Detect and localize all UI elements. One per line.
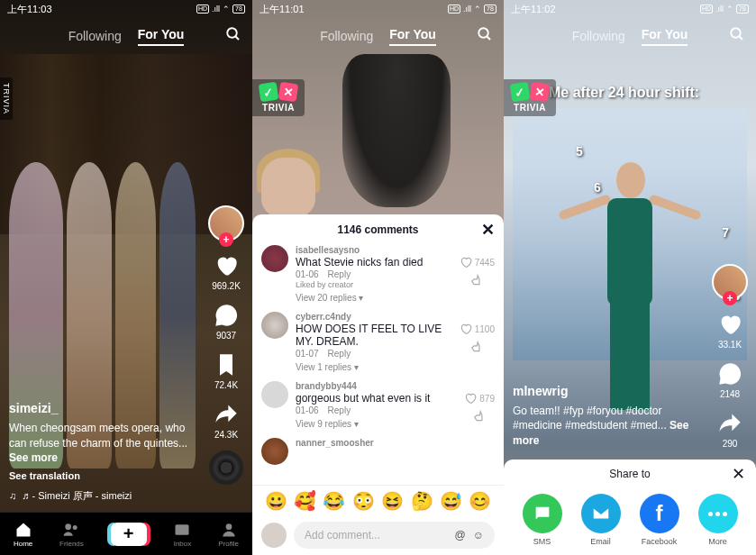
comments-header: 1146 comments ✕ (252, 214, 504, 245)
username[interactable]: mlnewrig (513, 383, 693, 401)
emoji-option[interactable]: 😳 (352, 490, 375, 512)
comment-dislike-button[interactable] (470, 341, 483, 357)
tab-foryou[interactable]: For You (138, 27, 185, 46)
emoji-option[interactable]: 🥰 (294, 490, 316, 512)
comment-text: What Stevie nicks fan died (296, 256, 452, 268)
top-nav: Following For You (0, 22, 252, 50)
tab-foryou[interactable]: For You (642, 27, 688, 46)
status-time: 上午11:03 (7, 3, 52, 16)
emoji-option[interactable]: 😂 (323, 490, 345, 512)
my-avatar[interactable] (261, 523, 287, 548)
comment-avatar[interactable] (261, 245, 288, 272)
nav-inbox[interactable]: Inbox (173, 521, 191, 548)
emoji-option[interactable]: 🤔 (411, 490, 433, 512)
comment-username[interactable]: cyberr.c4ndy (296, 312, 452, 322)
nav-profile[interactable]: Profile (218, 521, 239, 548)
search-icon[interactable] (729, 26, 745, 46)
comment-like-button[interactable]: 7445 (460, 256, 495, 268)
tab-following[interactable]: Following (572, 29, 625, 43)
emoji-option[interactable]: 😀 (265, 490, 287, 512)
overlay-number: 6 (594, 180, 601, 195)
share-button[interactable]: 290 (716, 410, 743, 449)
emoji-icon[interactable]: ☺ (473, 529, 484, 541)
see-translation[interactable]: See translation (9, 469, 189, 483)
share-more[interactable]: More (698, 494, 738, 546)
comment-dislike-button[interactable] (473, 410, 486, 426)
share-icon (716, 410, 743, 437)
tab-foryou[interactable]: For You (389, 27, 436, 46)
search-icon[interactable] (225, 26, 241, 46)
status-battery-icon: 78 (736, 5, 749, 14)
share-facebook[interactable]: f Facebook (640, 494, 679, 546)
trivia-label[interactable]: ✓✕ TRIVIA (504, 79, 556, 116)
status-hd-icon: HD (700, 5, 713, 14)
status-hd-icon: HD (196, 5, 209, 14)
comment-avatar[interactable] (261, 312, 288, 339)
nav-home[interactable]: Home (14, 521, 32, 548)
username[interactable]: simeizi_ (9, 400, 189, 418)
reply-button[interactable]: Reply (328, 405, 351, 415)
mention-icon[interactable]: @ (455, 529, 466, 541)
emoji-option[interactable]: 😆 (381, 490, 404, 512)
comment-username[interactable]: nanner_smoosher (296, 438, 495, 448)
emoji-quickbar: 😀 🥰 😂 😳 😆 🤔 😅 😊 (252, 485, 504, 515)
cross-icon: ✕ (278, 82, 299, 103)
sms-icon (523, 494, 562, 533)
status-signal-icon: .ıll (463, 5, 471, 14)
comment-text: gorgeous but what even is it (296, 392, 457, 405)
sound-label[interactable]: ♬ - Simeizi 原声 - simeizi (9, 489, 189, 503)
like-button[interactable]: 33.1K (716, 311, 743, 350)
tab-following[interactable]: Following (68, 29, 122, 43)
view-replies[interactable]: View 20 replies ▾ (296, 293, 452, 303)
comment-button[interactable]: 2148 (716, 360, 743, 399)
reply-button[interactable]: Reply (328, 269, 351, 279)
tiktok-screen-3: 上午11:02 HD .ıll ⌃ 78 Following For You ✓… (504, 0, 756, 555)
caption-block: mlnewrig Go team!! #fyp #foryou #doctor … (513, 383, 693, 449)
bottom-nav: Home Friends + Inbox Profile (0, 512, 252, 555)
svg-rect-4 (176, 524, 189, 535)
caption-text[interactable]: When cheongsam meets opera, who can refu… (9, 421, 189, 466)
comment-dislike-button[interactable] (470, 274, 483, 290)
comment-input[interactable]: Add comment... @ ☺ (294, 522, 495, 549)
reply-button[interactable]: Reply (328, 349, 351, 359)
save-button[interactable]: 72.4K (213, 351, 240, 390)
close-icon[interactable]: ✕ (481, 220, 495, 240)
top-nav: Following For You (252, 22, 504, 50)
share-button[interactable]: 24.3K (213, 401, 240, 440)
status-signal-icon: .ıll (212, 5, 220, 14)
comments-list[interactable]: isabellesaysno What Stevie nicks fan die… (252, 245, 504, 485)
comment-avatar[interactable] (261, 438, 288, 465)
emoji-option[interactable]: 😅 (440, 490, 462, 512)
tiktok-screen-2: 上午11:01 HD .ıll ⌃ 78 Following For You ✓… (252, 0, 504, 555)
comment-button[interactable]: 9037 (213, 302, 240, 341)
like-button[interactable]: 969.2K (212, 252, 241, 291)
right-rail: 969.2K 9037 72.4K 24.3K (205, 205, 247, 485)
nav-friends[interactable]: Friends (59, 521, 84, 548)
tab-following[interactable]: Following (320, 29, 373, 43)
comment-avatar[interactable] (261, 381, 288, 408)
trivia-label[interactable]: TRIVIA (0, 77, 13, 120)
profile-avatar[interactable] (208, 205, 244, 241)
share-sms[interactable]: SMS (523, 494, 562, 546)
profile-avatar[interactable] (712, 264, 748, 300)
nav-create[interactable]: + (111, 523, 147, 546)
overlay-number: 7 (722, 225, 729, 240)
view-replies[interactable]: View 9 replies ▾ (296, 419, 457, 429)
close-icon[interactable]: ✕ (732, 464, 745, 484)
search-icon[interactable] (477, 26, 493, 46)
emoji-option[interactable]: 😊 (469, 490, 491, 512)
sound-disc[interactable] (209, 450, 243, 485)
status-wifi-icon: ⌃ (223, 5, 230, 14)
share-email[interactable]: Email (581, 494, 621, 546)
right-rail: 33.1K 2148 290 (709, 264, 751, 449)
comment-like-button[interactable]: 879 (464, 392, 495, 405)
caption-text[interactable]: Go team!! #fyp #foryou #doctor #medicine… (513, 404, 693, 449)
status-time: 上午11:01 (260, 3, 305, 16)
comment-like-button[interactable]: 1100 (460, 323, 495, 335)
comment-item: cyberr.c4ndy HOW DOES IT FEEL TO LIVE MY… (261, 312, 495, 372)
tiktok-screen-1: 上午11:03 HD .ıll ⌃ 78 Following For You T… (0, 0, 252, 555)
comment-username[interactable]: brandybby444 (296, 381, 457, 391)
comment-username[interactable]: isabellesaysno (296, 245, 452, 255)
view-replies[interactable]: View 1 replies ▾ (296, 362, 452, 372)
trivia-label[interactable]: ✓✕ TRIVIA (252, 79, 305, 116)
